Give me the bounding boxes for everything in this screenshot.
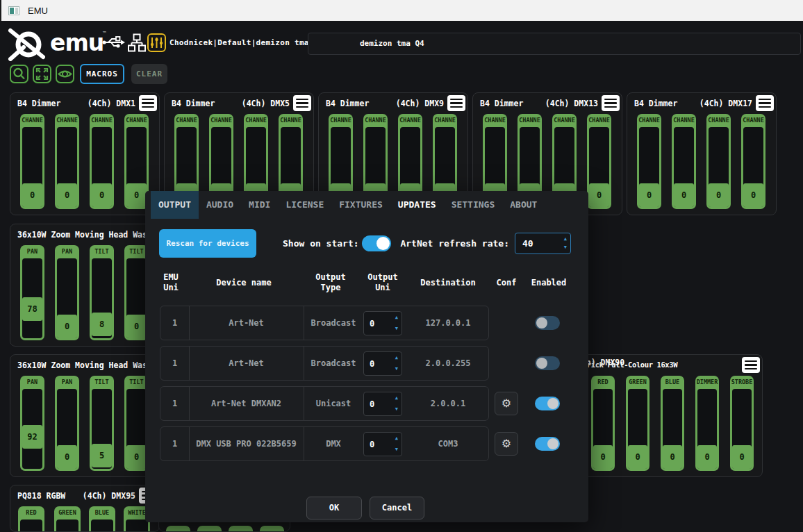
cancel-button[interactable]: Cancel [370,497,424,519]
panel-menu-button[interactable] [293,95,311,111]
panel-menu-button[interactable] [756,95,774,111]
channel-fader[interactable]: PAN78 [20,245,44,340]
fader-value[interactable]: 0 [663,445,682,469]
channel-fader[interactable]: CHANNE0 [90,114,114,209]
fader-value[interactable]: 0 [639,183,659,207]
channel-fader[interactable]: RED0 [591,376,615,471]
tab-fixtures[interactable]: FIXTURES [331,191,390,219]
fader-value[interactable]: 78 [22,297,42,321]
fader-value[interactable]: 0 [126,315,147,338]
channel-fader[interactable]: PAN0 [55,376,79,471]
channel-fader[interactable]: CHANNE0 [672,114,696,209]
enabled-toggle[interactable] [535,316,560,330]
fader-value[interactable]: 5 [92,444,112,467]
enabled-toggle[interactable] [535,437,560,451]
fader-value[interactable]: 0 [732,445,752,469]
fader-value[interactable]: 0 [92,183,112,207]
spinner-up-icon[interactable]: ▲ [395,315,398,320]
fader-value[interactable]: 0 [57,315,77,338]
fader-value[interactable]: 0 [709,183,729,207]
artnet-refresh-spinner[interactable]: 40 ▲ ▼ [515,233,571,254]
fader-value[interactable]: 0 [593,445,613,469]
fader-value[interactable]: 0 [743,183,763,207]
spinner-down-icon[interactable]: ▼ [564,245,567,250]
faders-panel-icon[interactable] [147,33,166,52]
panel-menu-button[interactable] [602,95,620,111]
spinner-down-icon[interactable]: ▼ [395,367,398,372]
channel-fader[interactable]: RED [18,506,44,532]
fader-value[interactable]: 0 [589,183,609,207]
fader-value[interactable]: 0 [126,445,147,469]
channel-fader[interactable] [166,526,190,532]
rescan-devices-button[interactable]: Rescan for devices [159,229,256,258]
device-config-button[interactable]: ⚙ [495,392,518,415]
channel-fader[interactable] [229,526,253,532]
spinner-up-icon[interactable]: ▲ [564,237,567,242]
channel-fader[interactable]: TILT5 [90,376,114,471]
tab-updates[interactable]: UPDATES [390,191,444,219]
spinner-up-icon[interactable]: ▲ [395,396,398,401]
channel-fader[interactable] [260,526,284,532]
spinner-down-icon[interactable]: ▼ [395,326,398,331]
panel-menu-button[interactable] [139,95,157,111]
channel-fader[interactable]: CHANNE0 [637,114,661,209]
preset-name-input[interactable]: demizon tma Q4 [308,33,801,55]
spinner-down-icon[interactable]: ▼ [395,407,398,412]
panel-title: 36x10W Zoom Moving Head Wash [17,230,152,240]
channel-fader[interactable]: CHANNE0 [587,114,611,209]
fader-value[interactable]: 0 [674,183,694,207]
channel-fader[interactable]: PAN92 [20,376,44,471]
panel-menu-button[interactable] [447,95,465,111]
channel-fader[interactable]: CHANNE0 [55,114,79,209]
output-universe-spinner[interactable]: 0▲▼ [363,432,402,456]
tab-license[interactable]: LICENSE [278,191,331,219]
output-universe-spinner[interactable]: 0▲▼ [363,351,402,376]
channel-fader[interactable]: CHANNE0 [741,114,765,209]
output-universe-spinner[interactable]: 0▲▼ [363,311,402,335]
channel-fader[interactable]: TILT8 [90,245,114,340]
fader-value[interactable]: 8 [92,313,112,336]
tab-output[interactable]: OUTPUT [151,191,199,219]
fader-value[interactable]: 0 [57,183,77,207]
show-on-start-toggle[interactable] [362,235,391,251]
tab-about[interactable]: ABOUT [502,191,545,219]
clear-button[interactable]: CLEAR [131,64,167,84]
fader-value[interactable]: 0 [628,445,647,469]
channel-fader[interactable]: GREEN [54,506,81,532]
spinner-up-icon[interactable]: ▲ [395,356,398,360]
channel-fader[interactable]: CHANNE0 [20,114,44,209]
ok-button[interactable]: OK [306,497,362,519]
fader-value[interactable]: 92 [22,425,42,449]
blind-preview-button[interactable] [56,65,74,83]
channel-fader[interactable]: DIMMER0 [695,376,719,471]
channel-fader[interactable]: PAN0 [55,245,79,340]
fader-value[interactable]: 0 [697,445,717,469]
enabled-toggle[interactable] [535,397,560,410]
fit-view-button[interactable] [33,65,51,83]
device-config-button[interactable]: ⚙ [495,432,518,456]
output-type-cell: Broadcast [304,306,363,340]
fader-value[interactable]: 0 [126,183,147,207]
zoom-search-button[interactable] [10,65,28,83]
fader-label: CHANNE [20,114,44,127]
channel-fader[interactable]: GREEN0 [626,376,649,471]
spinner-down-icon[interactable]: ▼ [395,447,398,452]
channel-fader[interactable]: STROBE0 [730,376,754,471]
fader-value[interactable]: 0 [57,445,77,469]
macros-button[interactable]: MACROS [80,64,124,84]
panel-menu-button[interactable] [742,357,760,373]
channel-fader[interactable]: BLUE [89,506,115,532]
channel-fader[interactable]: BLUE0 [661,376,684,471]
spinner-up-icon[interactable]: ▲ [395,436,398,441]
channel-fader[interactable]: CHANNE0 [706,114,731,209]
channel-fader[interactable] [197,526,222,532]
fader-label: RED [18,506,44,519]
tab-midi[interactable]: MIDI [241,191,278,219]
fader-value[interactable]: 0 [22,183,42,207]
output-universe-spinner[interactable]: 0▲▼ [363,392,402,416]
tab-settings[interactable]: SETTINGS [444,191,503,219]
fixture-panel: 36x10W Zoom Moving Head WashPAN92PAN0TIL… [10,354,160,477]
enabled-toggle[interactable] [535,356,560,370]
tab-audio[interactable]: AUDIO [199,191,241,219]
destination-cell: 2.0.0.255 [406,347,490,380]
